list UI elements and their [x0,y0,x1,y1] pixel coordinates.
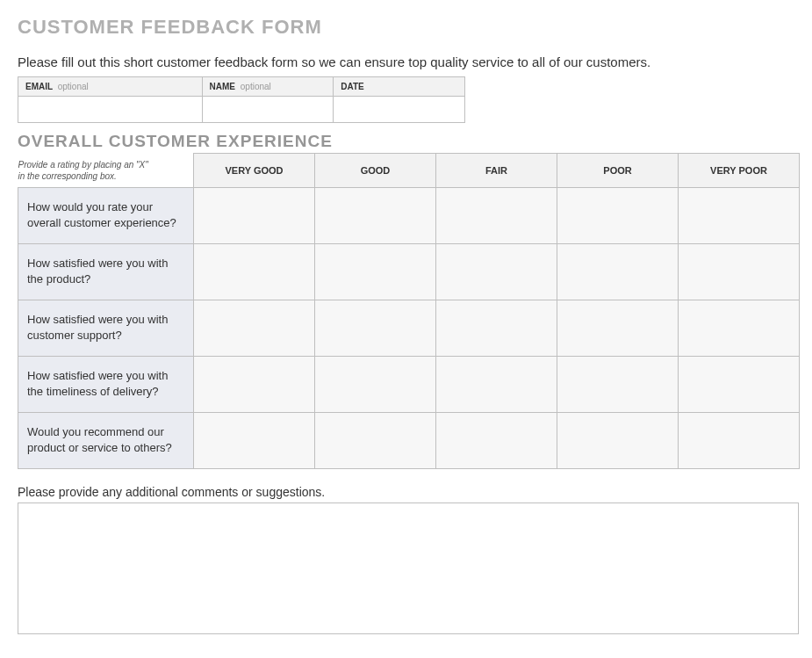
rating-input[interactable] [437,189,556,242]
rating-input[interactable] [558,414,677,466]
rating-input[interactable] [195,245,313,298]
rating-input[interactable] [437,301,556,354]
table-row: Would you recommend our product or servi… [18,412,800,468]
rating-instructions: Provide a rating by placing an "X" in th… [18,159,190,182]
question-cell: How satisfied were you with customer sup… [18,300,194,356]
rating-input[interactable] [679,301,798,354]
rating-input[interactable] [316,414,435,466]
rating-input[interactable] [195,189,313,242]
email-field[interactable] [25,97,195,122]
comments-label: Please provide any additional comments o… [18,485,794,499]
comments-textarea[interactable] [18,503,799,634]
table-row: How satisfied were you with customer sup… [18,300,800,356]
rating-col-fair: FAIR [436,154,557,188]
rating-input[interactable] [316,358,435,410]
question-cell: How satisfied were you with the timeline… [18,356,194,412]
info-header-date-label: DATE [341,82,363,91]
rating-input[interactable] [558,245,677,298]
rating-input[interactable] [195,301,313,354]
table-row: How satisfied were you with the product? [18,243,800,300]
info-header-name-optional: optional [241,82,271,91]
rating-table: Provide a rating by placing an "X" in th… [18,153,800,469]
info-header-email-optional: optional [58,82,89,91]
table-row: How would you rate your overall customer… [18,187,800,243]
rating-input[interactable] [679,358,798,410]
rating-input[interactable] [679,414,798,466]
rating-input[interactable] [558,189,677,242]
rating-input[interactable] [195,414,313,466]
rating-input[interactable] [679,245,798,298]
rating-input[interactable] [316,301,435,354]
name-field[interactable] [210,97,327,122]
rating-col-poor: POOR [557,154,679,188]
rating-col-very-good: VERY GOOD [194,154,315,188]
rating-input[interactable] [437,358,556,410]
rating-input[interactable] [316,245,435,298]
rating-input[interactable] [679,189,798,242]
question-cell: How satisfied were you with the product? [18,243,194,300]
info-table: EMAIL optional NAME optional DATE [18,76,465,123]
rating-input[interactable] [437,414,556,466]
table-row: How satisfied were you with the timeline… [18,356,800,412]
rating-input[interactable] [437,245,556,298]
rating-col-good: GOOD [315,154,436,188]
info-header-email-label: EMAIL [25,82,53,91]
intro-text: Please fill out this short customer feed… [18,54,794,69]
rating-input[interactable] [316,189,435,242]
section-title: OVERALL CUSTOMER EXPERIENCE [18,132,794,151]
page-title: CUSTOMER FEEDBACK FORM [18,16,794,39]
rating-input[interactable] [558,301,677,354]
rating-input[interactable] [558,358,677,410]
rating-col-very-poor: VERY POOR [679,154,800,188]
question-cell: How would you rate your overall customer… [18,187,194,243]
info-header-email: EMAIL optional [18,77,203,97]
rating-input[interactable] [195,358,313,410]
rating-instructions-line2: in the corresponding box. [18,171,117,181]
info-header-name-label: NAME [210,82,235,91]
info-header-name: NAME optional [202,77,334,97]
rating-instructions-line1: Provide a rating by placing an "X" [18,160,148,170]
info-header-date: DATE [334,77,465,97]
question-cell: Would you recommend our product or servi… [18,412,194,468]
date-field[interactable] [341,97,457,122]
